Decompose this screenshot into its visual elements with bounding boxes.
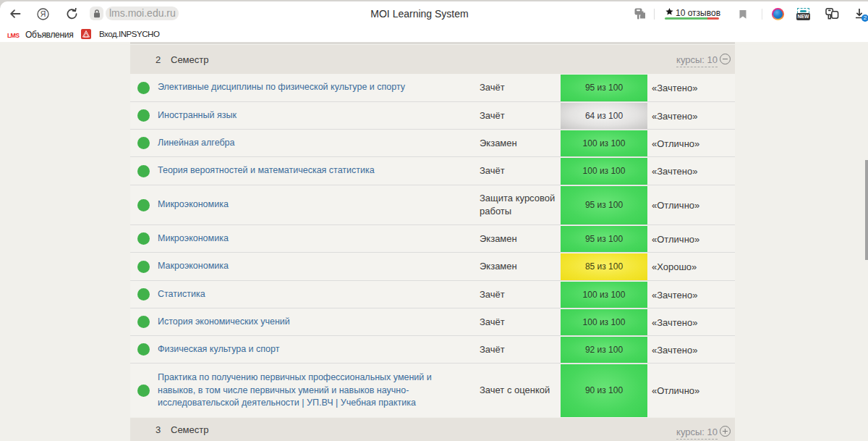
svg-text:Я: Я	[41, 9, 46, 18]
